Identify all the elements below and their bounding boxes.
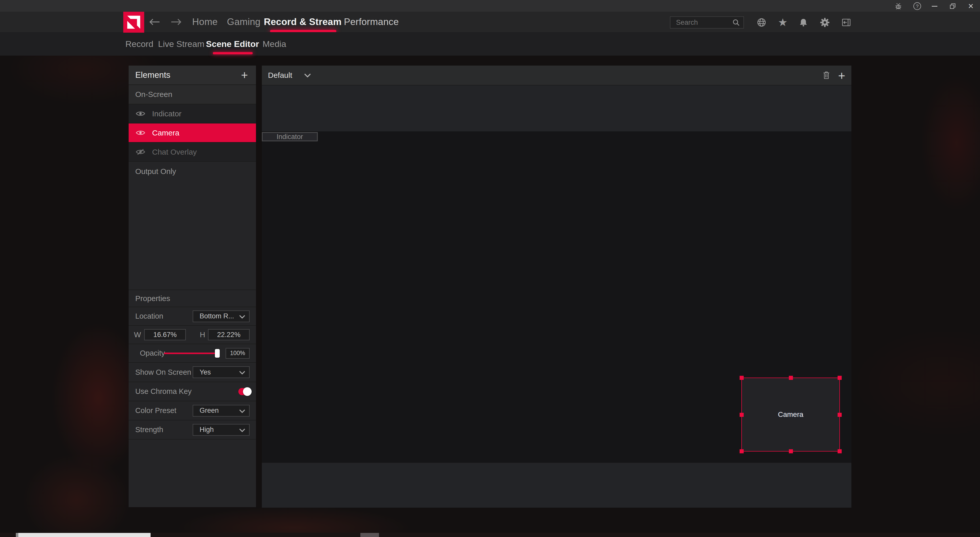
strength-dropdown[interactable]: High [192, 424, 250, 436]
dock-icon[interactable] [841, 17, 852, 28]
color-preset-dropdown[interactable]: Green [192, 405, 250, 416]
properties-header: Properties [129, 290, 256, 307]
elements-panel-header: Elements + [129, 65, 256, 85]
visibility-eye-icon[interactable] [136, 130, 146, 136]
help-circle: ? [913, 2, 921, 10]
delete-scene-button[interactable] [821, 70, 832, 81]
forward-arrow-icon[interactable] [170, 16, 183, 28]
property-row-color-preset: Color Preset Green [129, 401, 256, 420]
nav-tab-home[interactable]: Home [192, 12, 218, 32]
close-icon[interactable]: × [966, 2, 975, 11]
dropdown-value: Green [200, 407, 219, 415]
amd-logo[interactable] [123, 12, 145, 33]
minimize-bar [932, 6, 937, 6]
location-dropdown[interactable]: Bottom R... [192, 310, 250, 322]
opacity-slider-thumb[interactable] [215, 349, 220, 357]
show-on-screen-dropdown[interactable]: Yes [192, 366, 250, 378]
nav-tab-gaming[interactable]: Gaming [227, 12, 260, 32]
property-row-opacity: Opacity 100% [129, 344, 256, 362]
height-input[interactable]: 22.22% [208, 329, 250, 340]
resize-handle-bottom-middle[interactable] [789, 449, 793, 453]
scene-selector-dropdown[interactable]: Default [268, 71, 311, 79]
opacity-value-box[interactable]: 100% [226, 348, 250, 359]
dropdown-value: Yes [200, 369, 211, 376]
divider [129, 439, 256, 440]
resize-handle-bottom-right[interactable] [838, 449, 842, 453]
element-row-indicator[interactable]: Indicator [129, 104, 256, 124]
subtab-live-stream[interactable]: Live Stream [158, 32, 204, 56]
scene-element-camera-selected[interactable]: Camera [741, 378, 840, 451]
elements-panel-title: Elements [135, 70, 170, 80]
visibility-eye-icon[interactable] [136, 111, 146, 117]
scene-element-indicator[interactable]: Indicator [262, 132, 318, 141]
active-subtab-underline [213, 52, 253, 54]
search-input[interactable] [670, 19, 732, 27]
globe-icon[interactable] [756, 17, 767, 28]
properties-title: Properties [135, 294, 170, 303]
property-row-use-chroma-key: Use Chroma Key [129, 381, 256, 401]
chevron-down-icon [239, 315, 245, 319]
search-box[interactable] [670, 16, 744, 29]
nav-tab-performance[interactable]: Performance [344, 12, 399, 32]
elements-panel: Elements + On-Screen Indicator Camera Ch… [129, 65, 256, 507]
chevron-down-icon [239, 409, 245, 413]
property-label: Strength [135, 426, 163, 434]
property-row-show-on-screen: Show On Screen Yes [129, 362, 256, 381]
indicator-element-label: Indicator [277, 133, 303, 141]
dropdown-value: High [200, 426, 214, 434]
subtab-media[interactable]: Media [262, 32, 286, 56]
minimize-icon[interactable] [930, 2, 939, 11]
element-row-camera[interactable]: Camera [129, 124, 256, 143]
search-icon [732, 19, 740, 26]
window-titlebar [0, 0, 980, 12]
restore-icon[interactable] [948, 2, 957, 11]
width-input[interactable]: 16.67% [144, 329, 186, 340]
section-label: On-Screen [135, 90, 172, 99]
taskbar-fragment [360, 533, 379, 537]
section-on-screen: On-Screen [129, 85, 256, 104]
subtab-record[interactable]: Record [125, 32, 153, 56]
back-arrow-icon[interactable] [148, 16, 161, 28]
resize-handle-middle-right[interactable] [838, 413, 842, 417]
add-scene-button[interactable]: + [836, 70, 847, 81]
chroma-key-toggle[interactable] [239, 388, 251, 395]
element-row-label: Camera [152, 129, 180, 137]
visibility-eye-off-icon[interactable] [136, 149, 146, 155]
chevron-down-icon [239, 428, 245, 432]
radeon-software-window: ? × Home Gaming Record & Stream Performa… [0, 0, 980, 537]
resize-handle-top-right[interactable] [838, 376, 842, 380]
element-row-label: Chat Overlay [152, 148, 197, 156]
resize-handle-middle-left[interactable] [740, 413, 744, 417]
property-label: Location [135, 312, 163, 321]
main-navbar [0, 12, 980, 32]
scrollbar-cap [16, 533, 18, 537]
section-output-only: Output Only [129, 162, 256, 181]
resize-handle-bottom-left[interactable] [740, 449, 744, 453]
property-row-size: W 16.67% H 22.22% [129, 325, 256, 344]
resize-handle-top-left[interactable] [740, 376, 744, 380]
toggle-knob [243, 387, 251, 396]
star-icon[interactable]: ★ [777, 17, 788, 28]
help-icon[interactable]: ? [913, 2, 921, 11]
chevron-down-icon [239, 371, 245, 375]
chevron-down-icon [304, 73, 311, 78]
element-row-chat-overlay[interactable]: Chat Overlay [129, 143, 256, 162]
bug-report-icon[interactable] [894, 2, 903, 11]
scrollbar-thumb[interactable] [18, 533, 151, 537]
nav-tab-record-stream[interactable]: Record & Stream [264, 12, 342, 32]
property-label: Show On Screen [135, 368, 191, 377]
section-label: Output Only [135, 167, 176, 176]
property-label: Use Chroma Key [135, 387, 192, 396]
height-label: H [200, 330, 205, 339]
gear-icon[interactable] [819, 17, 830, 28]
resize-handle-top-middle[interactable] [789, 376, 793, 380]
bell-icon[interactable] [798, 17, 809, 28]
opacity-slider-track[interactable] [164, 353, 218, 354]
property-row-location: Location Bottom R... [129, 307, 256, 325]
element-row-label: Indicator [152, 110, 181, 118]
width-label: W [134, 330, 141, 339]
add-element-button[interactable]: + [239, 69, 250, 81]
help-glyph: ? [916, 4, 919, 9]
camera-element-label: Camera [778, 410, 803, 419]
scene-canvas-panel: Default + Indicator Camera [262, 65, 851, 508]
